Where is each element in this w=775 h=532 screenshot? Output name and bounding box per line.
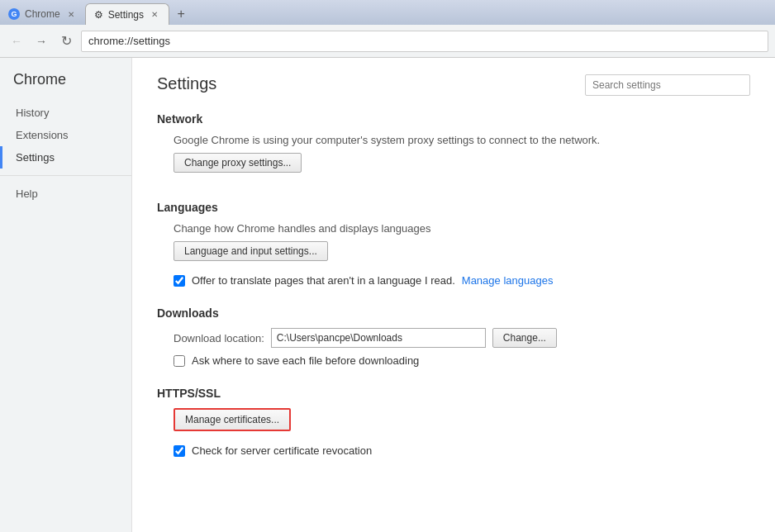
downloads-title: Downloads (157, 306, 750, 320)
downloads-body: Download location: Change... Ask where t… (157, 328, 750, 367)
sidebar-nav: History Extensions Settings (0, 102, 131, 169)
address-bar-row: ← → ↻ (0, 25, 775, 58)
tab-bar: G Chrome ✕ ⚙ Settings ✕ + (0, 0, 775, 25)
new-tab-button[interactable]: + (169, 3, 193, 25)
sidebar-divider (0, 175, 131, 176)
chrome-tab-icon: G (8, 8, 20, 20)
revocation-label: Check for server certificate revocation (192, 444, 372, 457)
sidebar-item-history[interactable]: History (0, 102, 131, 124)
settings-tab-close[interactable]: ✕ (149, 9, 160, 21)
languages-body: Change how Chrome handles and displays l… (157, 222, 750, 287)
sidebar-nav-help: Help (0, 183, 131, 205)
forward-button[interactable]: → (31, 31, 51, 51)
languages-title: Languages (157, 201, 750, 214)
ask-save-label: Ask where to save each file before downl… (192, 354, 419, 367)
change-proxy-button[interactable]: Change proxy settings... (174, 153, 302, 173)
network-body: Google Chrome is using your computer's s… (157, 134, 750, 181)
revocation-checkbox[interactable] (174, 445, 185, 457)
chrome-tab[interactable]: G Chrome ✕ (0, 3, 85, 25)
reload-button[interactable]: ↻ (56, 31, 76, 51)
download-path-input[interactable] (271, 328, 486, 348)
ask-save-checkbox-row: Ask where to save each file before downl… (174, 354, 750, 367)
address-input[interactable] (81, 31, 768, 52)
search-settings-input[interactable] (585, 74, 750, 96)
translate-checkbox[interactable] (174, 275, 185, 287)
network-description: Google Chrome is using your computer's s… (174, 134, 750, 146)
settings-title: Settings (157, 74, 216, 93)
back-button[interactable]: ← (7, 31, 26, 51)
download-location-label: Download location: (174, 332, 264, 344)
sidebar-item-extensions[interactable]: Extensions (0, 124, 131, 146)
sidebar: Chrome History Extensions Settings Help (0, 58, 132, 532)
manage-languages-link[interactable]: Manage languages (462, 274, 554, 287)
change-location-button[interactable]: Change... (492, 328, 557, 348)
browser-frame: G Chrome ✕ ⚙ Settings ✕ + ← → ↻ Chrome H… (0, 0, 775, 532)
settings-content: Settings Network Google Chrome is using … (132, 58, 775, 532)
chrome-tab-close[interactable]: ✕ (65, 8, 77, 20)
settings-tab[interactable]: ⚙ Settings ✕ (85, 3, 169, 25)
https-ssl-title: HTTPS/SSL (157, 387, 750, 400)
settings-tab-label: Settings (108, 9, 144, 21)
manage-certificates-button[interactable]: Manage certificates... (174, 408, 291, 431)
translate-label: Offer to translate pages that aren't in … (192, 274, 455, 287)
settings-header: Settings (157, 74, 750, 96)
network-title: Network (157, 112, 750, 126)
language-input-settings-button[interactable]: Language and input settings... (174, 241, 328, 261)
downloads-section: Downloads Download location: Change... A… (157, 306, 750, 367)
main-area: Chrome History Extensions Settings Help … (0, 58, 775, 532)
network-section: Network Google Chrome is using your comp… (157, 112, 750, 181)
https-ssl-body: Manage certificates... Check for server … (157, 408, 750, 457)
languages-section: Languages Change how Chrome handles and … (157, 201, 750, 287)
revocation-checkbox-row: Check for server certificate revocation (174, 444, 750, 457)
sidebar-item-settings[interactable]: Settings (0, 146, 131, 169)
ask-save-checkbox[interactable] (174, 355, 185, 367)
chrome-tab-label: Chrome (25, 8, 60, 20)
download-location-row: Download location: Change... (174, 328, 750, 348)
settings-tab-icon: ⚙ (94, 9, 103, 21)
sidebar-item-help[interactable]: Help (0, 183, 131, 205)
sidebar-app-title: Chrome (0, 71, 131, 102)
translate-checkbox-row: Offer to translate pages that aren't in … (174, 274, 750, 287)
https-ssl-section: HTTPS/SSL Manage certificates... Check f… (157, 387, 750, 457)
languages-description: Change how Chrome handles and displays l… (174, 222, 750, 235)
